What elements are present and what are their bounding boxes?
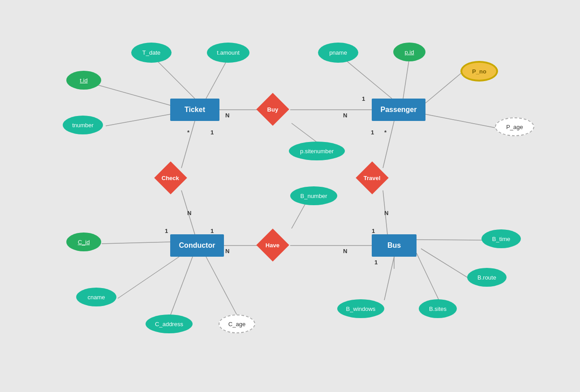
card-ticket-check-star: *	[187, 129, 189, 136]
card-ticket-check-1: 1	[211, 129, 214, 136]
card-travel-passenger-n: N	[384, 210, 388, 216]
card-buy-ticket: N	[225, 112, 229, 119]
rel-travel-wrapper: Travel	[361, 166, 384, 190]
attr-c-id: C_id	[66, 233, 101, 251]
relationship-have: Have	[256, 228, 289, 262]
card-passenger-travel-1: 1	[371, 129, 374, 136]
attr-c-address: C_address	[146, 314, 193, 333]
entity-ticket: Ticket	[170, 99, 219, 121]
svg-line-10	[181, 121, 195, 168]
entity-conductor: Conductor	[170, 234, 224, 257]
svg-line-19	[206, 257, 237, 316]
card-passenger-travel-n: *	[384, 129, 387, 136]
svg-line-8	[425, 73, 461, 103]
relationship-travel: Travel	[356, 161, 389, 194]
relationship-check: Check	[154, 161, 187, 194]
card-buy-passenger-1: 1	[362, 95, 365, 102]
svg-line-17	[118, 257, 179, 298]
rel-have-wrapper: Have	[261, 233, 284, 257]
attr-c-age: C_age	[219, 314, 255, 333]
rel-check-wrapper: Check	[159, 166, 182, 190]
svg-line-2	[87, 82, 170, 105]
attr-p-id: p.id	[393, 43, 425, 61]
attr-tnumber: tnumber	[63, 116, 103, 134]
svg-line-3	[106, 114, 170, 126]
entity-passenger: Passenger	[372, 99, 425, 121]
svg-line-6	[339, 55, 392, 99]
svg-line-9	[425, 114, 497, 128]
svg-line-18	[170, 257, 193, 316]
attr-b-number: B_number	[290, 186, 337, 205]
attr-b-sites: B.sites	[419, 299, 457, 318]
attr-t-amount: t.amount	[207, 43, 249, 63]
svg-line-14	[292, 123, 318, 143]
attr-b-windows: B_windows	[337, 299, 384, 318]
card-conductor-check-1: 1	[165, 228, 168, 234]
attr-b-route: B.route	[467, 268, 507, 287]
attr-t-date: T_date	[131, 43, 172, 63]
attr-p-age: P_age	[495, 117, 534, 136]
svg-line-23	[421, 249, 469, 279]
svg-line-16	[102, 242, 170, 244]
svg-line-24	[417, 253, 439, 300]
relationship-buy: Buy	[256, 93, 289, 126]
attr-p-no: P_no	[460, 61, 498, 82]
card-bus-have-1: 1	[372, 228, 375, 234]
attr-pname: pname	[318, 43, 358, 63]
svg-line-22	[417, 240, 484, 240]
er-diagram: Ticket Passenger Conductor Bus Buy Check…	[0, 0, 580, 392]
card-bus-bottom-1: 1	[374, 259, 378, 266]
svg-line-12	[383, 121, 394, 168]
attr-cname: cname	[76, 288, 116, 306]
rel-buy-wrapper: Buy	[261, 98, 284, 121]
attr-t-id: t.id	[66, 71, 101, 90]
card-buy-passenger-n: N	[343, 112, 347, 119]
card-have-conductor-n: N	[225, 248, 229, 254]
card-check-conductor-n: N	[187, 210, 191, 216]
entity-bus: Bus	[372, 234, 417, 257]
card-conductor-have-1: 1	[211, 228, 214, 234]
attr-p-sitenumber: p.sitenumber	[289, 142, 345, 160]
svg-line-25	[384, 257, 394, 300]
attr-b-time: B_time	[481, 229, 521, 248]
card-have-bus-n: N	[343, 248, 347, 254]
